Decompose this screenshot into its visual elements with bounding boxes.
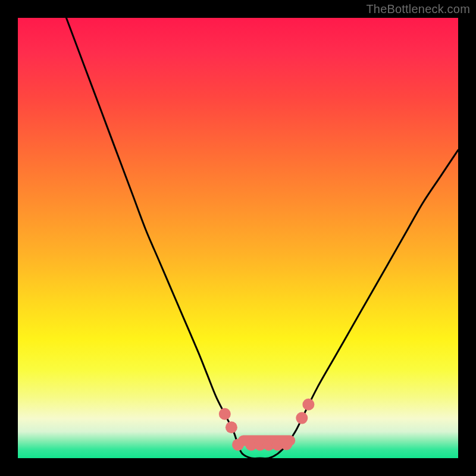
flat-zone-marker	[302, 399, 314, 411]
flat-zone-marker	[232, 439, 244, 450]
bottleneck-curve	[18, 18, 458, 458]
flat-zone-marker	[280, 438, 292, 450]
flat-zone-marker	[219, 408, 231, 420]
flat-zone-marker	[296, 412, 308, 424]
flat-zone-marker	[226, 421, 237, 433]
outer-frame: TheBottleneck.com	[0, 0, 476, 476]
curve-path	[66, 18, 458, 458]
watermark-text: TheBottleneck.com	[366, 2, 470, 16]
plot-area	[18, 18, 458, 458]
